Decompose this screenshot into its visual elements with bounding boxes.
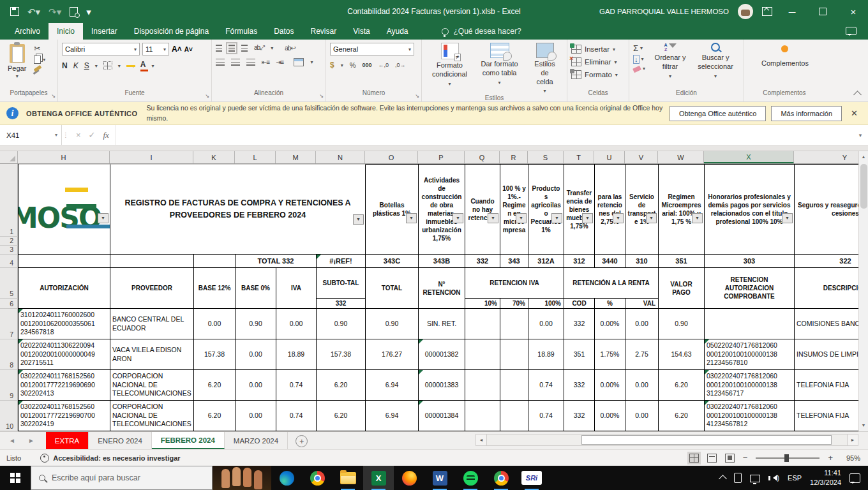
filter-dropdown-P1[interactable]: ▼: [453, 213, 463, 223]
cell-V9[interactable]: 0.00: [625, 370, 659, 401]
cell-row4-343[interactable]: 343: [500, 255, 528, 268]
column-header-K[interactable]: K: [193, 151, 235, 163]
cell-T7[interactable]: 332: [564, 309, 595, 339]
column-header-P[interactable]: P: [418, 151, 465, 163]
taskbar-app-explorer[interactable]: [333, 466, 363, 490]
cell-R9[interactable]: [500, 370, 528, 401]
cell-R8[interactable]: [500, 339, 528, 370]
cell-K9[interactable]: 6.20: [194, 370, 236, 401]
filter-dropdown-Q1[interactable]: ▼: [488, 213, 498, 223]
cell-O8[interactable]: 176.27: [366, 339, 419, 370]
column-title-U[interactable]: para las retenciones del 2,75%▼: [595, 164, 625, 255]
paste-button[interactable]: Pegar▾: [4, 43, 30, 80]
increase-indent-icon[interactable]: ⇥≡: [276, 59, 283, 66]
sheet-tab-enero-2024[interactable]: ENERO 2024: [89, 432, 152, 449]
column-title-T[interactable]: Transferencia de bienes muebles 1,75%▼: [564, 164, 595, 255]
row-header-10[interactable]: 10: [0, 401, 18, 431]
cell-U8[interactable]: 1.75%: [595, 339, 625, 370]
column-header-Q[interactable]: Q: [465, 151, 500, 163]
delete-cells-button[interactable]: Eliminar▾: [571, 57, 617, 66]
cell-X7[interactable]: [705, 309, 795, 339]
sheet-tab-marzo-2024[interactable]: MARZO 2024: [225, 432, 288, 449]
column-header-X[interactable]: X: [704, 151, 794, 163]
scroll-left-icon[interactable]: ◄: [475, 434, 487, 446]
cell-W9[interactable]: 6.20: [659, 370, 705, 401]
cell-I7[interactable]: BANCO CENTRAL DEL ECUADOR: [110, 309, 194, 339]
taskbar-app-sri[interactable]: SRi: [516, 466, 547, 490]
cell-K8[interactable]: 157.38: [194, 339, 236, 370]
scroll-up-icon[interactable]: ▲: [859, 151, 868, 162]
sheet-tab-febrero-2024[interactable]: FEBRERO 2024: [152, 432, 225, 449]
comma-style-icon[interactable]: 000: [362, 62, 371, 68]
cell-T8[interactable]: 351: [564, 339, 595, 370]
print-preview-icon[interactable]: [70, 7, 78, 17]
cell-X10[interactable]: 0302202407176812060 0001200100100000138 …: [705, 401, 795, 431]
normal-view-icon[interactable]: [689, 454, 699, 463]
font-name-combo[interactable]: Calibri▾: [62, 43, 140, 56]
cell-V10[interactable]: 0.00: [625, 401, 659, 431]
cell-X9[interactable]: 0302202407176812060 0001200100100000138 …: [705, 370, 795, 401]
account-name[interactable]: GAD PARROQUIAL VALLE HERMOSO: [599, 8, 729, 15]
cell-N7[interactable]: 0.90: [317, 309, 366, 339]
column-title-W[interactable]: Regimen Microempresarial: 100% y 1,75 %▼: [659, 164, 705, 255]
increase-decimal-icon[interactable]: ←,0: [378, 62, 389, 68]
cell-L9[interactable]: 0.00: [236, 370, 276, 401]
accessibility-status[interactable]: Accesibilidad: es necesario investigar: [40, 454, 180, 463]
cell-Q7[interactable]: [465, 309, 500, 339]
align-middle-icon[interactable]: [228, 45, 235, 52]
clear-button[interactable]: ▾: [633, 66, 645, 71]
select-all-corner[interactable]: [0, 151, 18, 163]
network-icon[interactable]: [750, 475, 760, 482]
addins-button[interactable]: Complementos: [755, 43, 815, 68]
cell-O7[interactable]: 0.90: [366, 309, 419, 339]
header-descripcion[interactable]: DESCRIPCIÓN: [795, 268, 858, 309]
zoom-out-icon[interactable]: −: [743, 453, 748, 463]
language-indicator[interactable]: ESP: [788, 474, 802, 482]
grow-font-icon[interactable]: A˄: [172, 45, 182, 54]
scroll-down-icon[interactable]: ▼: [859, 420, 868, 431]
cell-U9[interactable]: 0.00%: [595, 370, 625, 401]
accounting-format-icon[interactable]: $: [330, 61, 334, 70]
cell-row4-310[interactable]: 310: [625, 255, 659, 268]
ribbon-tab-ayuda[interactable]: Ayuda: [378, 23, 417, 40]
column-title-R[interactable]: 100 % y 1%.- Regimen en microempresa▼: [500, 164, 528, 255]
formula-input[interactable]: [116, 125, 853, 145]
cell-row4-empty[interactable]: [110, 255, 194, 268]
cell-P10[interactable]: 000001384: [419, 401, 465, 431]
cell-L10[interactable]: 0.00: [236, 401, 276, 431]
number-format-combo[interactable]: General▾: [330, 43, 414, 56]
subheader-val[interactable]: VAL: [625, 299, 659, 309]
insert-function-icon[interactable]: fx: [103, 130, 109, 140]
row-header-3[interactable]: 3: [0, 246, 18, 255]
get-office-button[interactable]: Obtenga Office auténtico: [670, 106, 767, 121]
row-header-4[interactable]: 4: [0, 255, 18, 268]
align-bottom-icon[interactable]: [241, 45, 248, 52]
tell-me-search[interactable]: ¿Qué desea hacer?: [442, 23, 521, 40]
sheet-nav-left-icon[interactable]: ◄: [9, 437, 15, 444]
filter-dropdown-O1[interactable]: ▼: [406, 213, 417, 223]
cell-Q10[interactable]: [465, 401, 500, 431]
find-select-button[interactable]: Buscar y seleccionar▾: [690, 43, 741, 80]
ribbon-display-options-icon[interactable]: [762, 7, 772, 16]
cell-V8[interactable]: 2.75: [625, 339, 659, 370]
cell-row4-343b[interactable]: 343B: [419, 255, 465, 268]
cell-I10[interactable]: CORPORACION NACIONAL DE TELECOMUNICACION…: [110, 401, 194, 431]
taskbar-app-edge[interactable]: [271, 466, 302, 490]
column-title-X[interactable]: Honorarios profesionales y demás pagos p…: [705, 164, 795, 255]
cell-U10[interactable]: 0.00%: [595, 401, 625, 431]
save-icon[interactable]: [10, 7, 19, 16]
filter-dropdown-T1[interactable]: ▼: [582, 213, 593, 223]
sheet-nav-right-icon[interactable]: ►: [28, 437, 34, 444]
row-header-8[interactable]: 8: [0, 339, 18, 370]
cell-row4-empty[interactable]: [194, 255, 236, 268]
sheet-tab-extra[interactable]: EXTRA: [46, 432, 89, 449]
column-header-R[interactable]: R: [500, 151, 528, 163]
taskbar-app-chrome2[interactable]: [486, 466, 516, 490]
cell-U7[interactable]: 0.00%: [595, 309, 625, 339]
column-title-O[interactable]: Botellas plásticas 1%▼: [366, 164, 419, 255]
header-base-12[interactable]: BASE 12%: [194, 268, 236, 309]
zoom-level[interactable]: 95%: [841, 454, 860, 462]
ribbon-tab-vista[interactable]: Vista: [345, 23, 378, 40]
cell-Y9[interactable]: TELEFONIA FIJA: [795, 370, 858, 401]
cell-row4-312a[interactable]: 312A: [528, 255, 564, 268]
